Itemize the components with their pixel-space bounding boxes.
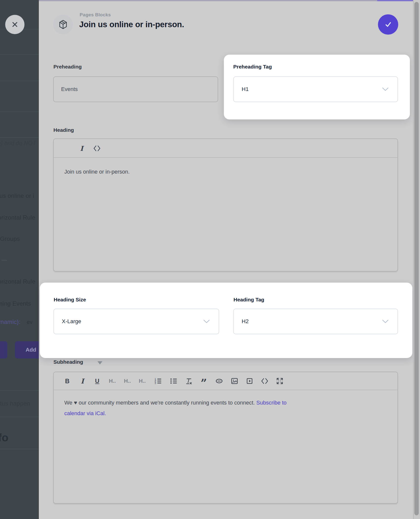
background-text: orizontal Rule [0, 214, 35, 221]
checkmark-icon [383, 20, 393, 29]
background-text: ctus happen [0, 400, 30, 407]
heading1-button[interactable]: H.. [107, 375, 118, 387]
ordered-list-button[interactable]: 123 [152, 375, 164, 387]
dimmed-background-sidebar: e) and do NOT us online or i orizontal R… [0, 0, 39, 519]
close-button[interactable] [5, 15, 24, 34]
subheading-editor: B I U H.. H.. H.. 123 [53, 372, 398, 504]
background-text: orizontal Rule [0, 278, 35, 285]
video-button[interactable] [244, 375, 255, 387]
heading-tag-select[interactable]: H2 [233, 309, 398, 334]
link-button[interactable] [213, 375, 225, 387]
divider-short [1, 260, 7, 261]
heading-label: Heading [53, 127, 74, 133]
heading-size-label: Heading Size [54, 297, 86, 303]
background-text: fo [0, 431, 8, 444]
heading-editor-toolbar: I [54, 139, 397, 158]
divider [0, 112, 39, 112]
preheading-tag-label: Preheading Tag [233, 64, 272, 70]
italic-button[interactable]: I [77, 375, 88, 387]
preheading-input[interactable]: Events [53, 76, 218, 102]
blockquote-button[interactable]: ” [198, 375, 210, 387]
subscribe-link[interactable]: calendar via iCal. [64, 410, 106, 416]
collapse-triangle-icon[interactable] [97, 361, 102, 364]
italic-button[interactable]: I [76, 143, 87, 154]
background-text: us online or i [0, 192, 34, 199]
subscribe-link[interactable]: Subscribe to [256, 400, 286, 406]
preheading-tag-value: H1 [242, 86, 249, 92]
add-button[interactable]: Add [15, 341, 39, 359]
divider [0, 390, 39, 391]
bold-button[interactable]: B [62, 375, 73, 387]
underline-button[interactable]: U [92, 375, 103, 387]
save-confirm-button[interactable] [378, 14, 398, 35]
heading-editor-content[interactable]: Join us online or in-person. [64, 169, 130, 175]
background-text: ming Events [0, 300, 31, 307]
code-button[interactable] [91, 143, 103, 154]
clear-format-button[interactable] [183, 375, 194, 387]
heading3-button[interactable]: H.. [137, 375, 148, 387]
svg-text:3: 3 [155, 382, 156, 384]
chevron-down-icon [382, 320, 389, 323]
background-text: ynamic): [0, 318, 21, 325]
heading2-button[interactable]: H.. [122, 375, 133, 387]
background-text: e) and do NOT [0, 140, 36, 147]
fullscreen-button[interactable] [274, 375, 285, 387]
divider [0, 54, 39, 55]
subheading-text: We ♥ our community members and we're con… [64, 400, 255, 406]
background-text: ev [27, 319, 33, 325]
background-button[interactable] [0, 341, 7, 359]
add-button-label: Add [26, 347, 36, 353]
heading-size-value: X-Large [62, 318, 81, 325]
close-icon [11, 21, 19, 28]
block-type-avatar [53, 15, 73, 34]
chevron-down-icon [382, 88, 389, 91]
image-button[interactable] [229, 375, 240, 387]
cube-icon [58, 19, 68, 30]
breadcrumb-kicker: Pages Blocks [80, 12, 111, 18]
preheading-label: Preheading [53, 64, 82, 70]
preheading-tag-select[interactable]: H1 [233, 76, 398, 102]
heading-tag-value: H2 [242, 318, 249, 325]
divider [0, 137, 39, 138]
page-title: Join us online or in-person. [79, 20, 184, 29]
chevron-down-icon [203, 320, 210, 323]
divider [0, 81, 39, 81]
preheading-value: Events [61, 86, 78, 92]
screen: e) and do NOT us online or i orizontal R… [0, 0, 420, 519]
divider [0, 417, 39, 417]
heading-size-select[interactable]: X-Large [53, 309, 219, 334]
bullet-list-button[interactable] [168, 375, 179, 387]
subheading-label: Subheading [53, 359, 83, 365]
background-text: Groups [0, 235, 20, 242]
code-button[interactable] [259, 375, 270, 387]
heading-editor: I Join us online or in-person. [53, 138, 398, 271]
scrollbar-thumb[interactable] [414, 2, 419, 515]
heading-tag-label: Heading Tag [233, 297, 264, 303]
subheading-editor-content[interactable]: We ♥ our community members and we're con… [64, 397, 391, 419]
subheading-editor-toolbar: B I U H.. H.. H.. 123 [54, 372, 397, 390]
divider [0, 449, 39, 449]
